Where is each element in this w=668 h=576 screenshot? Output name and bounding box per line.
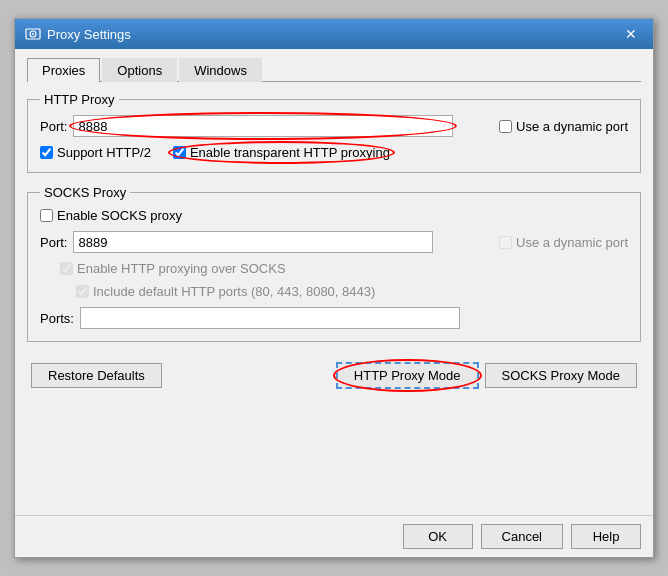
enable-transparent-checkbox[interactable]: [173, 146, 186, 159]
title-bar: Proxy Settings ✕: [15, 19, 653, 49]
dialog-footer: OK Cancel Help: [15, 515, 653, 557]
socks-proxy-legend: SOCKS Proxy: [40, 185, 130, 200]
socks-enable-row: Enable SOCKS proxy: [40, 208, 628, 223]
http-proxy-section: HTTP Proxy Port: Use a dynamic port Supp…: [27, 92, 641, 173]
close-button[interactable]: ✕: [619, 25, 643, 43]
http-dynamic-port-checkbox[interactable]: [499, 120, 512, 133]
socks-port-label: Port:: [40, 235, 67, 250]
socks-enable-http-checkbox[interactable]: [60, 262, 73, 275]
tab-options[interactable]: Options: [102, 58, 177, 82]
port-oval: [73, 115, 453, 137]
socks-proxy-section: SOCKS Proxy Enable SOCKS proxy Port: Use…: [27, 185, 641, 342]
tab-windows[interactable]: Windows: [179, 58, 262, 82]
socks-port-row: Port: Use a dynamic port: [40, 231, 628, 253]
socks-include-default-checkbox[interactable]: [76, 285, 89, 298]
svg-point-2: [32, 33, 34, 35]
mode-buttons: HTTP Proxy Mode SOCKS Proxy Mode: [336, 362, 637, 389]
tab-proxies[interactable]: Proxies: [27, 58, 100, 82]
socks-http-row: Enable HTTP proxying over SOCKS: [40, 261, 628, 276]
enable-socks-checkbox[interactable]: [40, 209, 53, 222]
http-dynamic-port-checkbox-label[interactable]: Use a dynamic port: [499, 119, 628, 134]
socks-ports-input[interactable]: [80, 307, 460, 329]
restore-defaults-button[interactable]: Restore Defaults: [31, 363, 162, 388]
dialog-title: Proxy Settings: [47, 27, 131, 42]
http-options-row: Support HTTP/2 Enable transparent HTTP p…: [40, 145, 628, 160]
socks-include-default-label[interactable]: Include default HTTP ports (80, 443, 808…: [76, 284, 375, 299]
socks-proxy-mode-button[interactable]: SOCKS Proxy Mode: [485, 363, 638, 388]
proxy-settings-dialog: Proxy Settings ✕ Proxies Options Windows…: [14, 18, 654, 558]
http-proxy-mode-button[interactable]: HTTP Proxy Mode: [336, 362, 479, 389]
bottom-buttons: Restore Defaults HTTP Proxy Mode SOCKS P…: [27, 362, 641, 389]
enable-socks-label[interactable]: Enable SOCKS proxy: [40, 208, 182, 223]
dialog-icon: [25, 26, 41, 42]
cancel-button[interactable]: Cancel: [481, 524, 563, 549]
help-button[interactable]: Help: [571, 524, 641, 549]
socks-enable-http-label[interactable]: Enable HTTP proxying over SOCKS: [60, 261, 286, 276]
dialog-body: Proxies Options Windows HTTP Proxy Port:…: [15, 49, 653, 515]
http-port-row: Port: Use a dynamic port: [40, 115, 628, 137]
ok-button[interactable]: OK: [403, 524, 473, 549]
socks-dynamic-port-label[interactable]: Use a dynamic port: [499, 235, 628, 250]
socks-ports-label: Ports:: [40, 311, 74, 326]
socks-ports-row: Ports:: [40, 307, 628, 329]
support-http2-checkbox[interactable]: [40, 146, 53, 159]
socks-port-input[interactable]: [73, 231, 433, 253]
enable-transparent-wrapper: Enable transparent HTTP proxying: [173, 145, 390, 160]
socks-dynamic-port-checkbox[interactable]: [499, 236, 512, 249]
socks-include-default-row: Include default HTTP ports (80, 443, 808…: [40, 284, 628, 299]
http-port-label: Port:: [40, 119, 67, 134]
http-port-input[interactable]: [73, 115, 453, 137]
support-http2-label[interactable]: Support HTTP/2: [40, 145, 151, 160]
http-proxy-legend: HTTP Proxy: [40, 92, 119, 107]
title-bar-left: Proxy Settings: [25, 26, 131, 42]
tab-bar: Proxies Options Windows: [27, 57, 641, 82]
